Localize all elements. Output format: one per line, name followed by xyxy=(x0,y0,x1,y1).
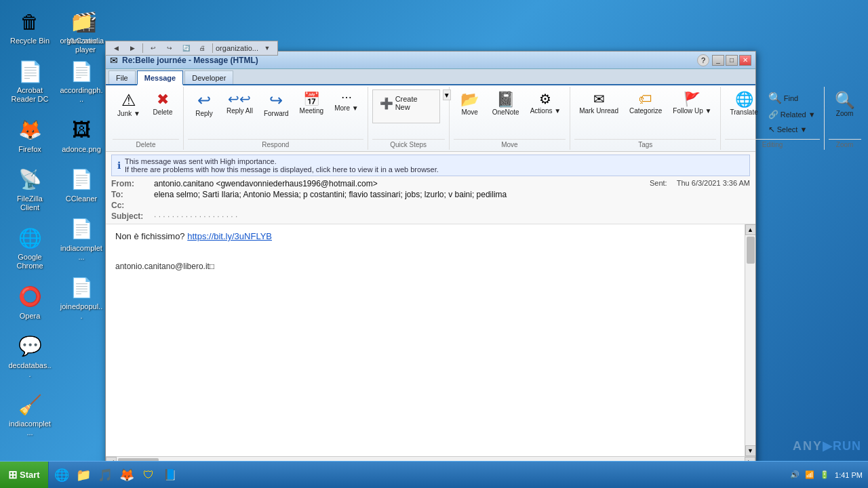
reply-all-button[interactable]: ↩↩ Reply All xyxy=(222,89,258,118)
actions-icon: ⚙ xyxy=(539,92,551,106)
tags-group-buttons: ✉ Mark Unread 🏷 Categorize 🚩 Follow Up ▼ xyxy=(574,87,716,138)
window-title: Re:Belle journée - Message (HTML) xyxy=(122,56,258,65)
translate-icon: 🌐 xyxy=(735,92,753,107)
taskbar-explorer-btn[interactable]: 📁 xyxy=(73,465,94,485)
desktop-icon-skype[interactable]: 💬 decdatabas... xyxy=(5,330,54,382)
chrome-label: Google Chrome xyxy=(8,253,52,270)
taskbar-media-btn[interactable]: 🎵 xyxy=(95,465,115,485)
importance-line2: If there are problems with how this mess… xyxy=(125,165,439,174)
ribbon-group-editing: 🌐 Translate 🔍 Find 🔗 Related ▼ xyxy=(721,87,824,150)
delete-group-label: Delete xyxy=(113,139,179,150)
move-button[interactable]: 📂 Move xyxy=(454,89,486,119)
scroll-thumb[interactable] xyxy=(747,237,755,264)
more-button[interactable]: ⋯ More ▼ xyxy=(330,89,363,115)
meeting-button[interactable]: 📅 Meeting xyxy=(295,89,329,118)
forward-button[interactable]: ↪ Forward xyxy=(259,89,294,121)
minimize-button[interactable]: _ xyxy=(712,55,724,66)
taskbar-ie-btn[interactable]: 🌐 xyxy=(52,465,72,485)
message-body[interactable]: Non è fichissimo? https://bit.ly/3uNFLYB… xyxy=(106,224,745,456)
reply-label: Reply xyxy=(195,110,213,118)
vertical-scrollbar[interactable]: ▲ ▼ xyxy=(745,224,755,456)
close-button[interactable]: ✕ xyxy=(739,55,751,66)
desktop-icon-chrome[interactable]: 🌐 Google Chrome xyxy=(5,222,54,273)
desktop-icon-opera[interactable]: ⭕ Opera xyxy=(5,281,54,323)
onenote-label: OneNote xyxy=(492,108,519,117)
mark-unread-label: Mark Unread xyxy=(579,107,618,115)
taskbar-firefox-taskbar-btn[interactable]: 🦊 xyxy=(117,465,137,485)
start-button[interactable]: ⊞ Start xyxy=(0,462,49,489)
nav-redo-btn[interactable]: ↪ xyxy=(162,42,177,54)
translate-button[interactable]: 🌐 Translate xyxy=(725,89,762,119)
desktop-icon-adonce[interactable]: 🖼 adonce.png xyxy=(57,114,106,157)
taskbar-volume-icon: 📶 xyxy=(805,470,814,479)
nav-forward-btn[interactable]: ▶ xyxy=(125,42,140,54)
tab-developer[interactable]: Developer xyxy=(184,70,233,84)
more-label: More ▼ xyxy=(334,104,358,113)
find-button[interactable]: 🔍 Find xyxy=(764,89,820,106)
nav-back-btn[interactable]: ◀ xyxy=(108,42,123,54)
taskbar-clock: 1:41 PM xyxy=(835,471,863,479)
desktop-icon-indiacomplet[interactable]: 📄 VLC media player indiacomplet... xyxy=(57,213,106,264)
desktop-icons-col2: 📁 organizatio... 📄 accordingph... 🖼 adon… xyxy=(52,0,111,329)
actions-button[interactable]: ⚙ Actions ▼ xyxy=(526,89,566,118)
junk-label: Junk ▼ xyxy=(117,110,140,118)
desktop-icon-acrobat[interactable]: 📄 Acrobat Reader DC xyxy=(5,55,54,106)
tab-file[interactable]: File xyxy=(108,70,136,84)
desktop-icon-joinedpopul[interactable]: 📄 joinedpopul... xyxy=(57,271,106,323)
desktop-icon-organizatio[interactable]: 📁 organizatio... xyxy=(57,5,106,48)
message-link[interactable]: https://bit.ly/3uNFLYB xyxy=(187,231,272,241)
title-bar-controls: ? _ □ ✕ xyxy=(697,54,751,66)
nav-refresh-btn[interactable]: 🔄 xyxy=(178,42,193,54)
categorize-button[interactable]: 🏷 Categorize xyxy=(625,89,667,118)
editing-stack: 🔍 Find 🔗 Related ▼ ↖ Select ▼ xyxy=(764,89,820,136)
desktop-icon-filezilla[interactable]: 📡 FileZilla Client xyxy=(5,163,54,215)
opera-icon: ⭕ xyxy=(16,283,43,310)
reply-button[interactable]: ↩ Reply xyxy=(188,89,220,121)
scroll-down-btn[interactable]: ▼ xyxy=(745,445,756,456)
delete-label: Delete xyxy=(153,108,173,117)
follow-up-button[interactable]: 🚩 Follow Up ▼ xyxy=(668,89,716,118)
nav-undo-btn[interactable]: ↩ xyxy=(146,42,161,54)
desktop-icon-ccleaner[interactable]: 🧹 indiacomplet... xyxy=(5,388,54,440)
onenote-button[interactable]: 📓 OneNote xyxy=(488,89,524,119)
taskbar-shield-btn[interactable]: 🛡 xyxy=(138,465,159,485)
desktop-icon-firefox[interactable]: 🦊 Firefox xyxy=(5,114,54,157)
taskbar-battery-icon: 🔋 xyxy=(820,470,829,479)
find-icon: 🔍 xyxy=(768,92,782,104)
select-button[interactable]: ↖ Select ▼ xyxy=(764,123,820,136)
move-label: Move xyxy=(461,108,477,117)
firefox-icon: 🦊 xyxy=(16,117,43,144)
select-label: Select ▼ xyxy=(777,125,808,134)
junk-button[interactable]: ⚠ Junk ▼ xyxy=(113,89,145,121)
desktop-icon-according[interactable]: 📄 accordingph... xyxy=(57,55,106,106)
nav-print-btn[interactable]: 🖨 xyxy=(195,42,210,54)
ribbon-group-move: 📂 Move 📓 OneNote ⚙ Actions ▼ Move xyxy=(450,87,571,150)
adonce-icon: 🖼 xyxy=(68,117,95,144)
onenote-icon: 📓 xyxy=(496,92,515,107)
header-fields: From: antonio.canitano <gwendavonniederh… xyxy=(111,179,750,221)
zoom-button[interactable]: 🔍 Zoom xyxy=(829,89,861,121)
decdatabas-label: CCleaner xyxy=(66,195,97,203)
according-label: accordingph... xyxy=(60,86,103,104)
from-row: From: antonio.canitano <gwendavonniederh… xyxy=(111,179,750,188)
nav-dropdown-btn[interactable]: ▼ xyxy=(260,42,275,54)
taskbar-word-btn[interactable]: 📘 xyxy=(160,465,180,485)
mark-unread-button[interactable]: ✉ Mark Unread xyxy=(574,89,623,118)
create-new-button[interactable]: ➕ Create New xyxy=(376,93,437,113)
desktop-icon-decdatabas[interactable]: 📄 CCleaner xyxy=(57,163,106,206)
related-button[interactable]: 🔗 Related ▼ xyxy=(764,108,820,121)
adonce-label: adonce.png xyxy=(62,145,101,154)
delete-button[interactable]: ✖ Delete xyxy=(146,89,179,119)
desktop-icon-recycle-bin[interactable]: 🗑 Recycle Bin xyxy=(5,5,54,48)
scroll-up-btn[interactable]: ▲ xyxy=(745,224,756,235)
help-button[interactable]: ? xyxy=(697,54,709,66)
restore-button[interactable]: □ xyxy=(726,55,738,66)
cc-row: Cc: xyxy=(111,201,750,210)
tab-message[interactable]: Message xyxy=(137,70,183,85)
subject-value: · · · · · · · · · · · · · · · · · · · xyxy=(154,211,750,221)
message-header-area: ℹ This message was sent with High import… xyxy=(106,152,755,224)
move-icon: 📂 xyxy=(460,92,479,107)
importance-notice-bar[interactable]: ℹ This message was sent with High import… xyxy=(111,155,750,176)
junk-icon: ⚠ xyxy=(121,92,136,108)
quick-steps-buttons: ➕ Create New ▼ xyxy=(372,87,445,138)
